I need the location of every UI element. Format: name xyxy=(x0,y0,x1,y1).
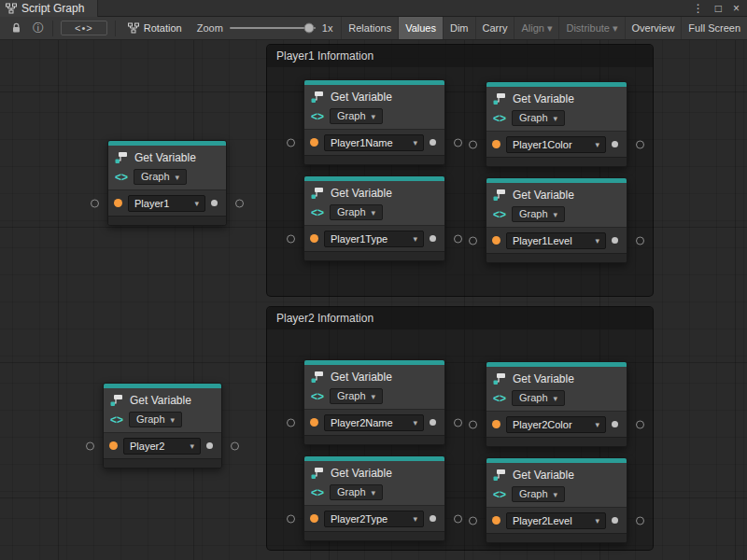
input-port-bubble[interactable] xyxy=(287,418,295,427)
node-port-row: Player2Level▾ xyxy=(486,507,627,533)
get-variable-node-player1color[interactable]: Get Variable <> Graph▾ Player1Color▾ xyxy=(486,81,627,167)
output-value-port[interactable] xyxy=(612,237,618,244)
variable-scope-dropdown[interactable]: Graph▾ xyxy=(512,206,565,222)
node-port-row: Player1Name▾ xyxy=(304,129,444,155)
zoom-slider-handle[interactable] xyxy=(304,23,315,34)
input-port-bubble[interactable] xyxy=(469,516,477,525)
get-variable-node-player2level[interactable]: Get Variable <> Graph▾ Player2Level▾ xyxy=(486,457,627,543)
chevron-down-icon: ▾ xyxy=(595,420,599,429)
toolbar-button-carry[interactable]: Carry xyxy=(475,17,514,39)
input-port-bubble[interactable] xyxy=(287,514,295,523)
toolbar-button-align[interactable]: Align ▾ xyxy=(514,17,558,39)
variable-scope-dropdown[interactable]: Graph▾ xyxy=(330,204,383,220)
output-value-port[interactable] xyxy=(206,442,213,449)
output-value-port[interactable] xyxy=(430,139,436,146)
output-port-bubble[interactable] xyxy=(636,420,644,428)
variable-name-dropdown[interactable]: Player2Level▾ xyxy=(506,512,606,529)
variable-scope-dropdown[interactable]: Graph▾ xyxy=(330,108,383,124)
get-variable-node-player1name[interactable]: Get Variable <> Graph▾ Player1Name▾ xyxy=(303,79,445,165)
kebab-menu-icon[interactable]: ⋮ xyxy=(693,3,704,14)
output-port-bubble[interactable] xyxy=(231,441,239,450)
get-variable-node-player1level[interactable]: Get Variable <> Graph▾ Player1Level▾ xyxy=(486,177,627,263)
graph-scope-icon: <> xyxy=(310,111,325,122)
output-value-port[interactable] xyxy=(430,515,436,522)
input-port-bubble[interactable] xyxy=(287,138,295,147)
variable-scope-dropdown[interactable]: Graph▾ xyxy=(512,110,565,126)
variable-name-dropdown[interactable]: Player2Color▾ xyxy=(506,416,606,433)
variable-name-dropdown[interactable]: Player1Type▾ xyxy=(324,231,424,247)
variable-name-port[interactable] xyxy=(492,140,500,148)
get-variable-node-player1type[interactable]: Get Variable <> Graph▾ Player1Type▾ xyxy=(303,175,445,261)
graph-scope-icon: <> xyxy=(492,393,507,404)
get-variable-node-player2[interactable]: Get Variable <> Graph▾ Player2▾ xyxy=(103,383,222,469)
variable-name-port[interactable] xyxy=(492,420,500,428)
variable-name-dropdown[interactable]: Player1▾ xyxy=(128,195,205,212)
close-icon[interactable]: × xyxy=(733,3,740,14)
get-variable-node-player2color[interactable]: Get Variable <> Graph▾ Player2Color▾ xyxy=(486,361,627,447)
toolbar-button-distribute[interactable]: Distribute ▾ xyxy=(558,17,624,39)
input-port-bubble[interactable] xyxy=(86,441,94,450)
breadcrumb[interactable]: Rotation xyxy=(119,22,191,34)
toolbar-button-relations[interactable]: Relations xyxy=(341,17,398,39)
toolbar-button-dim[interactable]: Dim xyxy=(443,17,475,39)
get-variable-node-player1[interactable]: Get Variable <> Graph▾ Player1▾ xyxy=(107,140,227,226)
variable-scope-dropdown[interactable]: Graph▾ xyxy=(129,412,182,427)
output-port-bubble[interactable] xyxy=(235,199,244,207)
variable-name-port[interactable] xyxy=(310,138,318,147)
breadcrumb-label: Rotation xyxy=(144,22,182,34)
variable-name-dropdown[interactable]: Player2▾ xyxy=(123,438,201,455)
variable-name-dropdown[interactable]: Player2Name▾ xyxy=(324,414,424,431)
output-value-port[interactable] xyxy=(612,517,618,524)
output-port-bubble[interactable] xyxy=(636,516,644,525)
variable-name-dropdown[interactable]: Player1Name▾ xyxy=(324,134,424,151)
variable-name-dropdown[interactable]: Player1Color▾ xyxy=(506,136,606,153)
variable-name-dropdown[interactable]: Player2Type▾ xyxy=(324,511,424,527)
input-port-bubble[interactable] xyxy=(287,234,295,243)
variable-scope-dropdown[interactable]: Graph▾ xyxy=(512,486,565,502)
toolbar-button-values[interactable]: Values xyxy=(398,17,443,39)
get-variable-node-player2name[interactable]: Get Variable <> Graph▾ Player2Name▾ xyxy=(303,359,445,445)
variable-name-dropdown[interactable]: Player1Level▾ xyxy=(506,232,606,249)
variable-scope-dropdown[interactable]: Graph▾ xyxy=(330,484,383,500)
input-port-bubble[interactable] xyxy=(469,420,477,428)
node-header: Get Variable <> Graph▾ xyxy=(486,463,627,507)
node-footer xyxy=(304,435,444,444)
output-port-bubble[interactable] xyxy=(636,140,644,148)
info-icon[interactable]: ⓘ xyxy=(27,17,49,39)
variable-name-port[interactable] xyxy=(109,441,118,450)
variable-scope-dropdown[interactable]: Graph▾ xyxy=(512,390,565,406)
output-port-bubble[interactable] xyxy=(454,138,462,147)
node-header: Get Variable <> Graph▾ xyxy=(486,87,627,131)
output-port-bubble[interactable] xyxy=(636,236,644,245)
output-value-port[interactable] xyxy=(612,421,618,427)
node-header: Get Variable <> Graph▾ xyxy=(104,388,221,432)
output-port-bubble[interactable] xyxy=(454,234,462,243)
lock-icon[interactable] xyxy=(6,17,27,39)
output-value-port[interactable] xyxy=(211,200,218,206)
toolbar-button-full-screen[interactable]: Full Screen xyxy=(681,17,747,39)
tab-script-graph[interactable]: Script Graph xyxy=(0,0,98,17)
output-value-port[interactable] xyxy=(430,235,436,242)
output-port-bubble[interactable] xyxy=(454,418,462,427)
variable-name-port[interactable] xyxy=(114,199,122,207)
code-preview-toggle[interactable]: <•> xyxy=(61,21,107,35)
get-variable-node-player2type[interactable]: Get Variable <> Graph▾ Player2Type▾ xyxy=(303,455,445,541)
variable-name-port[interactable] xyxy=(492,516,500,525)
zoom-slider[interactable] xyxy=(230,27,316,29)
variable-scope-dropdown[interactable]: Graph▾ xyxy=(134,169,187,185)
input-port-bubble[interactable] xyxy=(469,236,477,245)
variable-name-port[interactable] xyxy=(310,514,318,523)
graph-canvas[interactable]: Player1 InformationPlayer2 Information G… xyxy=(0,40,747,560)
toolbar-button-overview[interactable]: Overview xyxy=(625,17,682,39)
input-port-bubble[interactable] xyxy=(91,199,99,207)
variable-name-port[interactable] xyxy=(492,236,500,245)
variable-name-port[interactable] xyxy=(310,234,318,243)
output-port-bubble[interactable] xyxy=(454,514,462,523)
input-port-bubble[interactable] xyxy=(469,140,477,148)
node-header: Get Variable <> Graph▾ xyxy=(304,365,444,409)
variable-name-port[interactable] xyxy=(310,418,318,427)
maximize-icon[interactable]: □ xyxy=(715,3,722,14)
output-value-port[interactable] xyxy=(612,141,618,147)
variable-scope-dropdown[interactable]: Graph▾ xyxy=(330,388,383,404)
output-value-port[interactable] xyxy=(430,419,436,426)
